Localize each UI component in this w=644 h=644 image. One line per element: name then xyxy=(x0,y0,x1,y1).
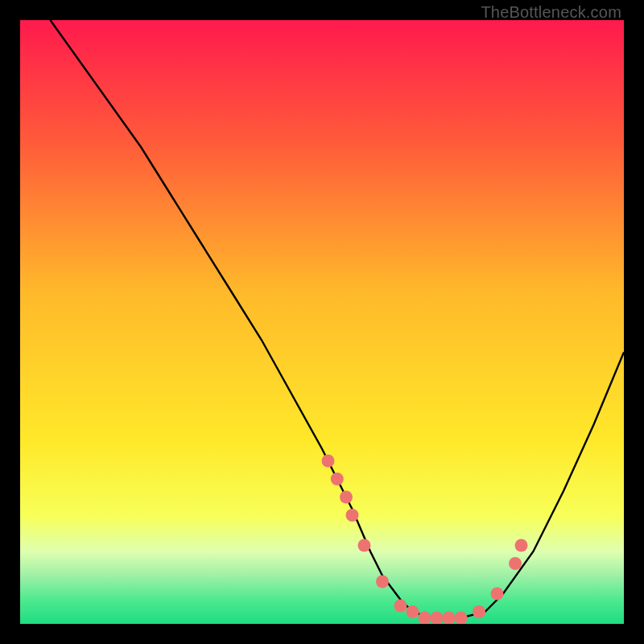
data-point xyxy=(322,455,335,468)
data-point xyxy=(515,539,528,552)
data-point xyxy=(394,600,407,613)
plot-area xyxy=(20,20,624,624)
data-point xyxy=(509,557,522,570)
data-point xyxy=(376,576,389,588)
data-point xyxy=(346,509,359,522)
data-point xyxy=(340,491,353,504)
watermark-text: TheBottleneck.com xyxy=(481,3,621,22)
data-point xyxy=(491,588,504,601)
chart-svg xyxy=(20,20,624,624)
data-point xyxy=(331,473,344,485)
data-point xyxy=(419,612,431,625)
data-point xyxy=(455,612,468,625)
data-point xyxy=(443,612,456,625)
data-point xyxy=(473,605,485,618)
gradient-background xyxy=(20,20,624,624)
data-point xyxy=(407,605,419,618)
data-point xyxy=(358,539,371,552)
data-point xyxy=(431,612,444,625)
chart-frame: TheBottleneck.com xyxy=(0,0,644,644)
